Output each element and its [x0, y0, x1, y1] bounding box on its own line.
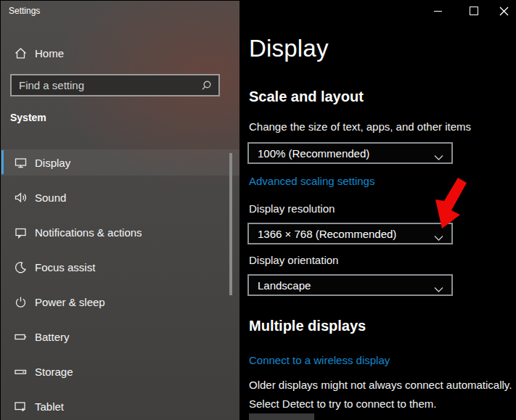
sidebar-item-home[interactable]: Home — [1, 40, 240, 66]
multiple-displays-heading: Multiple displays — [249, 318, 366, 334]
sidebar-item-tablet[interactable]: Tablet — [1, 393, 240, 419]
notifications-icon — [13, 225, 28, 239]
home-icon — [13, 46, 28, 60]
section-label-system: System — [10, 112, 46, 123]
search-icon[interactable] — [200, 80, 213, 95]
scale-and-layout-heading: Scale and layout — [249, 88, 364, 105]
older-displays-note: Older displays might not always connect … — [249, 376, 516, 413]
detect-button[interactable] — [249, 413, 314, 420]
display-orientation-label: Display orientation — [249, 254, 338, 266]
sidebar-scrollbar[interactable] — [229, 153, 232, 295]
sidebar-item-storage[interactable]: Storage — [1, 358, 240, 384]
display-resolution-dropdown[interactable]: 1366 × 768 (Recommended) — [247, 223, 453, 244]
display-orientation-dropdown[interactable]: Landscape — [247, 274, 453, 296]
sidebar-item-label: Display — [35, 157, 70, 169]
chevron-down-icon — [434, 151, 443, 164]
sidebar-item-display[interactable]: Display — [1, 149, 240, 176]
tablet-icon — [13, 399, 28, 413]
sidebar-item-label: Power & sleep — [35, 296, 105, 308]
scale-size-label: Change the size of text, apps, and other… — [249, 120, 471, 133]
close-icon — [499, 7, 509, 16]
maximize-icon — [470, 7, 478, 15]
app-title: Settings — [9, 6, 40, 16]
advanced-scaling-link[interactable]: Advanced scaling settings — [249, 175, 374, 187]
maximize-button[interactable] — [463, 0, 485, 22]
chevron-down-icon — [434, 283, 443, 296]
display-orientation-dropdown-value: Landscape — [249, 279, 311, 292]
minimize-button[interactable] — [427, 0, 449, 22]
display-icon — [13, 155, 28, 170]
close-button[interactable] — [493, 0, 515, 22]
sidebar-item-label: Home — [35, 47, 64, 59]
sidebar-item-focus-assist[interactable]: Focus assist — [1, 254, 240, 280]
sidebar-item-label: Storage — [35, 366, 73, 378]
sidebar-item-notifications[interactable]: Notifications & actions — [1, 219, 240, 245]
sidebar-item-battery[interactable]: Battery — [1, 324, 240, 350]
focus-assist-icon — [13, 260, 28, 274]
display-resolution-dropdown-value: 1366 × 768 (Recommended) — [249, 228, 396, 240]
minimize-icon — [434, 11, 442, 12]
scale-dropdown[interactable]: 100% (Recommended) — [247, 142, 453, 164]
sidebar-item-label: Battery — [35, 331, 70, 343]
battery-icon — [13, 329, 28, 344]
search-input[interactable] — [12, 75, 218, 95]
display-resolution-label: Display resolution — [249, 202, 335, 215]
page-title: Display — [249, 35, 329, 62]
sound-icon — [13, 190, 28, 205]
storage-icon — [13, 364, 28, 379]
sidebar-item-label: Focus assist — [35, 261, 95, 273]
sidebar-item-label: Notifications & actions — [35, 226, 142, 239]
connect-wireless-display-link[interactable]: Connect to a wireless display — [249, 354, 390, 366]
sidebar: Settings Home System Display Sound Notif… — [0, 0, 240, 420]
sidebar-item-label: Sound — [35, 192, 66, 204]
sidebar-item-label: Tablet — [35, 400, 64, 413]
main-content: Display Scale and layout Change the size… — [239, 0, 516, 420]
chevron-down-icon — [434, 231, 443, 244]
power-icon — [13, 295, 28, 309]
scale-dropdown-value: 100% (Recommended) — [249, 147, 369, 160]
sidebar-item-sound[interactable]: Sound — [1, 184, 240, 210]
sidebar-item-power-sleep[interactable]: Power & sleep — [1, 289, 240, 315]
search-box — [10, 74, 220, 96]
